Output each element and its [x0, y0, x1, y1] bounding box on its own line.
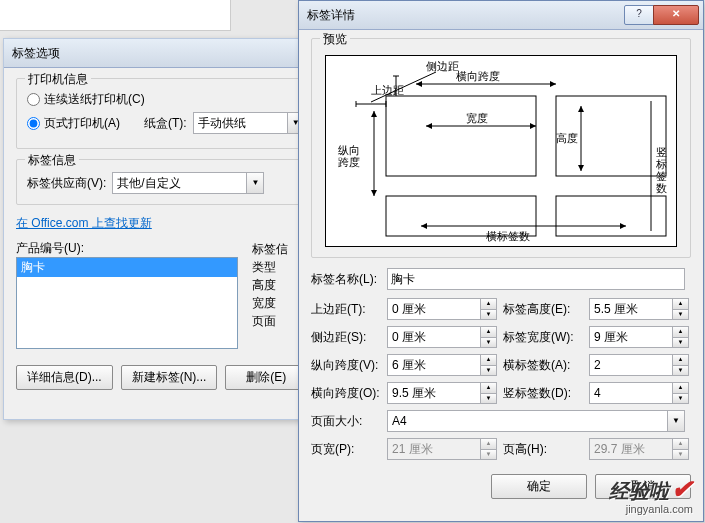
svg-text:横标签数: 横标签数: [486, 230, 530, 242]
label-height-input[interactable]: 5.5 厘米▲▼: [589, 298, 689, 320]
page-size-label: 页面大小:: [311, 413, 381, 430]
svg-text:高度: 高度: [556, 132, 578, 144]
label-info-panel: 标签信 类型 高度 宽度 页面: [252, 240, 288, 349]
ok-button[interactable]: 确定: [491, 474, 587, 499]
close-button[interactable]: ✕: [653, 5, 699, 25]
preview-title: 预览: [320, 31, 350, 48]
page-width-input: 21 厘米▲▼: [387, 438, 497, 460]
label-name-label: 标签名称(L):: [311, 271, 381, 288]
svg-text:侧边距: 侧边距: [426, 60, 459, 72]
svg-text:宽度: 宽度: [466, 112, 488, 124]
page-size-combo[interactable]: A4 ▼: [387, 410, 685, 432]
side-margin-label: 侧边距(S):: [311, 329, 381, 346]
vendor-combo[interactable]: 其他/自定义 ▼: [112, 172, 264, 194]
radio-page[interactable]: 页式打印机(A): [27, 115, 120, 132]
chevron-down-icon: ▼: [667, 411, 684, 431]
svg-text:纵向跨度: 纵向跨度: [338, 144, 360, 168]
label-name-input[interactable]: [387, 268, 685, 290]
svg-text:横向跨度: 横向跨度: [456, 70, 500, 82]
h-span-input[interactable]: 9.5 厘米▲▼: [387, 382, 497, 404]
svg-text:竖标签数: 竖标签数: [655, 146, 667, 194]
new-label-button[interactable]: 新建标签(N)...: [121, 365, 218, 390]
printer-info-title: 打印机信息: [25, 71, 91, 88]
office-update-link[interactable]: 在 Office.com 上查找更新: [16, 216, 152, 230]
page-width-label: 页宽(P):: [311, 441, 381, 458]
h-span-label: 横向跨度(O):: [311, 385, 381, 402]
v-span-input[interactable]: 6 厘米▲▼: [387, 354, 497, 376]
label-diagram: 侧边距 上边距 横向跨度 纵向跨度 宽度 高度 竖标签数 横标签数: [325, 55, 677, 247]
chevron-down-icon: ▼: [246, 173, 263, 193]
delete-button[interactable]: 删除(E): [225, 365, 307, 390]
options-title: 标签选项: [12, 45, 60, 62]
list-item[interactable]: 胸卡: [17, 258, 237, 277]
radio-continuous[interactable]: 连续送纸打印机(C): [27, 91, 145, 108]
side-margin-input[interactable]: 0 厘米▲▼: [387, 326, 497, 348]
details-titlebar: 标签详情 ? ✕: [299, 1, 703, 30]
details-title: 标签详情: [307, 7, 355, 24]
label-details-dialog: 标签详情 ? ✕ 预览: [298, 0, 704, 522]
top-margin-label: 上边距(T):: [311, 301, 381, 318]
help-button[interactable]: ?: [624, 5, 654, 25]
v-count-input[interactable]: 4▲▼: [589, 382, 689, 404]
top-margin-input[interactable]: 0 厘米▲▼: [387, 298, 497, 320]
tray-combo[interactable]: 手动供纸 ▼: [193, 112, 305, 134]
label-height-label: 标签高度(E):: [503, 301, 583, 318]
cancel-button[interactable]: 取消: [595, 474, 691, 499]
product-number-label: 产品编号(U):: [16, 240, 238, 257]
product-listbox[interactable]: 胸卡: [16, 257, 238, 349]
svg-text:上边距: 上边距: [371, 84, 404, 96]
label-width-input[interactable]: 9 厘米▲▼: [589, 326, 689, 348]
page-height-input: 29.7 厘米▲▼: [589, 438, 689, 460]
v-span-label: 纵向跨度(V):: [311, 357, 381, 374]
v-count-label: 竖标签数(D):: [503, 385, 583, 402]
details-button[interactable]: 详细信息(D)...: [16, 365, 113, 390]
h-count-input[interactable]: 2▲▼: [589, 354, 689, 376]
tray-label: 纸盒(T):: [144, 115, 187, 132]
preview-group: 预览: [311, 38, 691, 258]
vendor-label: 标签供应商(V):: [27, 175, 106, 192]
label-width-label: 标签宽度(W):: [503, 329, 583, 346]
page-height-label: 页高(H):: [503, 441, 583, 458]
h-count-label: 横标签数(A):: [503, 357, 583, 374]
label-info-title: 标签信息: [25, 152, 79, 169]
